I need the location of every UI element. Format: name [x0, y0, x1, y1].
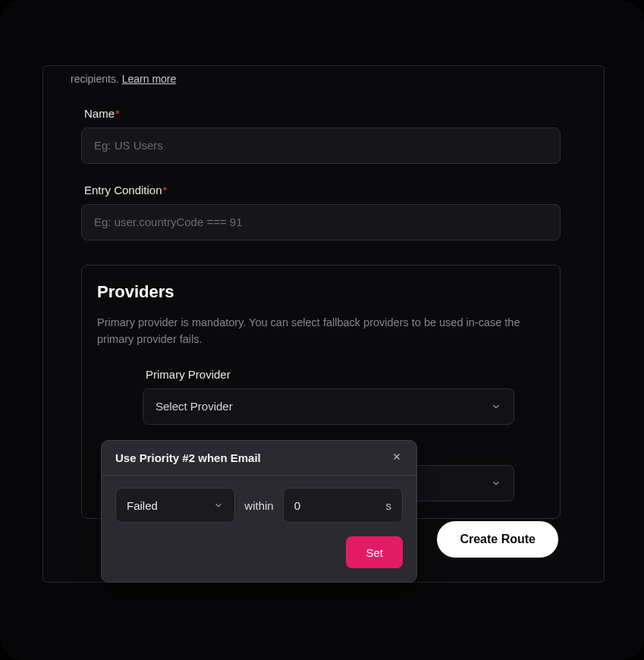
primary-provider-value: Select Provider	[156, 400, 233, 413]
popover-row: Failed within s	[115, 488, 403, 523]
close-icon	[391, 451, 402, 465]
popover-title: Use Priority #2 when Email	[115, 451, 261, 464]
name-label: Name*	[84, 107, 576, 120]
entry-condition-label: Entry Condition*	[84, 184, 576, 196]
chevron-down-icon	[491, 401, 501, 412]
primary-provider-select[interactable]: Select Provider	[143, 388, 514, 425]
set-button-label: Set	[366, 546, 383, 559]
entry-condition-input[interactable]	[81, 204, 561, 240]
entry-condition-label-text: Entry Condition	[84, 184, 162, 196]
required-asterisk: *	[115, 107, 120, 120]
time-unit: s	[385, 499, 391, 512]
intro-text: recipients. Learn more	[71, 66, 576, 87]
chevron-down-icon	[491, 478, 501, 489]
required-asterisk: *	[163, 184, 168, 196]
app-window: recipients. Learn more Name* Entry Condi…	[0, 0, 644, 660]
close-button[interactable]	[391, 452, 403, 464]
intro-trailing: recipients.	[71, 73, 122, 85]
name-label-text: Name	[84, 107, 115, 120]
popover-body: Failed within s Set	[102, 476, 416, 582]
providers-description: Primary provider is mandatory. You can s…	[97, 314, 545, 348]
chevron-down-icon	[213, 500, 224, 511]
popover-actions: Set	[115, 536, 403, 568]
time-input[interactable]	[294, 499, 370, 512]
within-label: within	[244, 499, 273, 512]
create-route-button[interactable]: Create Route	[437, 521, 558, 558]
create-route-label: Create Route	[460, 533, 536, 546]
popover-header: Use Priority #2 when Email	[102, 441, 416, 476]
time-input-wrap[interactable]: s	[283, 488, 403, 523]
learn-more-link[interactable]: Learn more	[122, 73, 177, 85]
name-input[interactable]	[81, 127, 561, 164]
set-button[interactable]: Set	[346, 536, 403, 568]
providers-title: Providers	[97, 282, 545, 302]
priority-condition-popover: Use Priority #2 when Email Failed within	[101, 440, 417, 583]
status-select[interactable]: Failed	[115, 488, 235, 523]
status-value: Failed	[127, 499, 158, 512]
primary-provider-label: Primary Provider	[146, 368, 545, 381]
